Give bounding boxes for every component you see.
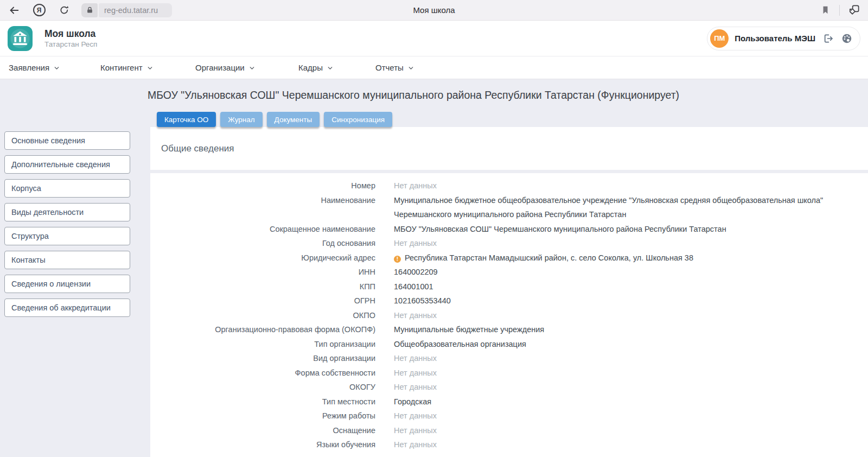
tab-synchronization[interactable]: Синхронизация [324,112,392,127]
avatar: ПМ [710,29,729,48]
field-value: Нет данных [394,437,830,452]
nav-item-organizations[interactable]: Организации [195,63,298,72]
field-label: Режим работы [161,409,375,423]
sidebar: Основные сведенияДополнительные сведения… [0,112,150,457]
tab-org-card[interactable]: Карточка ОО [157,112,216,127]
field-label: Год основания [161,236,375,251]
sidebar-item-activity-types[interactable]: Виды деятельности [4,203,130,221]
field-label: Оснащение [161,423,375,438]
field-row: Тип организацииОбщеобразовательная орган… [161,337,830,352]
field-value: Нет данных [394,308,830,323]
field-row: КПП164001001 [161,280,830,294]
nav-item-label: Заявления [9,63,49,72]
field-row: НомерНет данных [161,179,830,193]
page-title: МБОУ "Ульяновская СОШ" Черемшанского мун… [148,79,846,101]
field-label: Форма собственности [161,366,375,380]
field-label: Организационно-правовая форма (ОКОПФ) [161,322,375,337]
field-label: Тип местности [161,395,375,409]
sidebar-item-structure[interactable]: Структура [4,227,130,245]
main-nav: ЗаявленияКонтингентОрганизацииКадрыОтчет… [0,56,868,79]
field-row: ОКПОНет данных [161,308,830,323]
field-value: Нет данных [394,380,830,395]
field-label: Тип организации [161,337,375,352]
field-value: Муниципальное бюджетное общеобразователь… [394,193,830,222]
fields-panel: НомерНет данныхНаименованиеМуниципальное… [150,173,868,457]
field-row: ИНН1640002209 [161,265,830,280]
toolbar-divider [839,5,840,16]
sidebar-item-accreditation-info[interactable]: Сведения об аккредитации [4,299,130,317]
field-label: Сокращенное наименование [161,222,375,237]
field-row: Организационно-правовая форма (ОКОПФ)Мун… [161,322,830,337]
browser-bar: Я reg-edu.tatar.ru Моя школа [0,0,868,21]
sidebar-item-buildings[interactable]: Корпуса [4,179,130,198]
logout-icon[interactable] [821,32,834,45]
app-logo[interactable] [8,26,33,51]
field-value: 1640002209 [394,265,830,280]
tab-groups-icon[interactable] [847,4,860,17]
field-label: Наименование [161,193,375,222]
back-icon[interactable] [8,4,21,17]
field-value: 164001001 [394,280,830,294]
field-row: Год основанияНет данных [161,236,830,251]
lock-icon[interactable] [81,3,98,17]
field-value: МБОУ "Ульяновская СОШ" Черемшанского мун… [394,222,830,237]
app-header: Моя школа Татарстан Респ ПМ Пользователь… [0,21,868,56]
field-value: Городская [394,395,830,409]
field-row: ОКОГУНет данных [161,380,830,395]
nav-item-reports[interactable]: Отчеты [375,63,414,72]
section-header-panel: Общие сведения [150,127,868,170]
tab-bar: Карточка ООЖурналДокументыСинхронизация [157,112,868,127]
tab-documents[interactable]: Документы [267,112,320,127]
app-subtitle: Татарстан Респ [44,40,97,49]
field-row: Сокращенное наименованиеМБОУ "Ульяновска… [161,222,830,237]
field-label: Юридический адрес [161,251,375,265]
field-label: ОКОГУ [161,380,375,395]
chevron-down-icon [53,65,60,72]
user-menu[interactable]: ПМ Пользователь МЭШ [707,27,860,50]
chevron-down-icon [146,65,154,72]
field-row: Тип местностиГородская [161,395,830,409]
nav-item-label: Отчеты [375,63,404,72]
sidebar-item-main-info[interactable]: Основные сведения [4,131,130,150]
field-value: Нет данных [394,236,830,251]
field-label: Номер [161,179,375,193]
address-bar[interactable]: reg-edu.tatar.ru [99,3,172,17]
field-row: ОснащениеНет данных [161,423,830,438]
field-value: Нет данных [394,351,830,366]
field-row: Режим работыНет данных [161,409,830,423]
field-value: Нет данных [394,423,830,438]
field-value: !Республика Татарстан Мамадышский район,… [394,251,830,265]
field-row: Языки обученияНет данных [161,437,830,452]
bookmark-icon[interactable] [819,4,832,17]
nav-item-label: Кадры [298,63,323,72]
sidebar-item-additional-info[interactable]: Дополнительные сведения [4,155,130,174]
field-row: ОГРН1021605353440 [161,294,830,308]
chevron-down-icon [327,65,334,72]
nav-item-staff[interactable]: Кадры [298,63,375,72]
reload-icon[interactable] [58,4,71,17]
theme-palette-icon[interactable] [840,32,853,45]
field-label: Языки обучения [161,437,375,452]
chevron-down-icon [407,65,414,72]
yandex-browser-icon[interactable]: Я [33,4,46,17]
field-value: Общеобразовательная организация [394,337,830,352]
field-label: ОКПО [161,308,375,323]
sidebar-item-license-info[interactable]: Сведения о лицензии [4,275,130,293]
nav-item-label: Контингент [100,63,143,72]
field-label: Вид организации [161,351,375,366]
field-row: НаименованиеМуниципальное бюджетное обще… [161,193,830,222]
field-row: Форма собственностиНет данных [161,366,830,380]
field-label: ОГРН [161,294,375,308]
nav-item-applications[interactable]: Заявления [9,63,100,72]
field-value: Нет данных [394,179,830,193]
field-value: Нет данных [394,366,830,380]
app-title: Моя школа [44,28,97,40]
url-text: reg-edu.tatar.ru [104,6,158,15]
sidebar-item-contacts[interactable]: Контакты [4,251,130,269]
tab-journal[interactable]: Журнал [220,112,262,127]
page: МБОУ "Ульяновская СОШ" Черемшанского мун… [0,79,868,457]
warning-icon[interactable]: ! [394,256,401,263]
nav-item-label: Организации [195,63,245,72]
field-row: Юридический адрес!Республика Татарстан М… [161,251,830,265]
nav-item-contingent[interactable]: Контингент [100,63,195,72]
